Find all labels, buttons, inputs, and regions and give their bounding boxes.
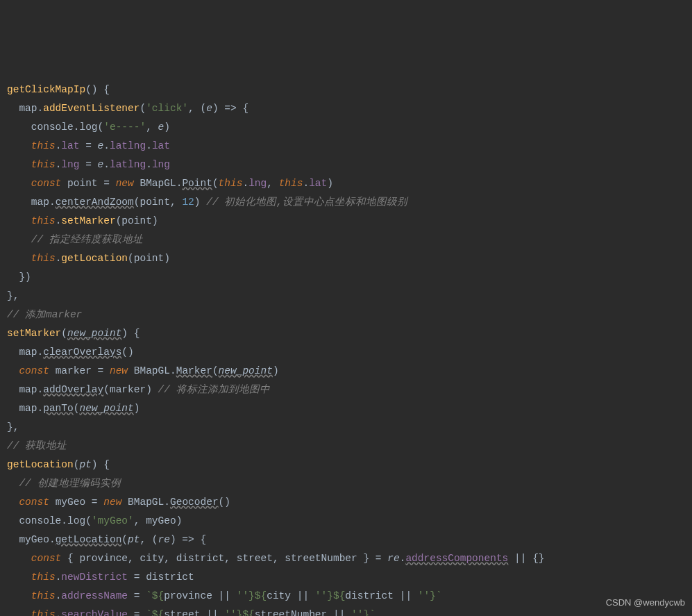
code-editor: getClickMapIp() { map.addEventListener('… (7, 81, 692, 616)
function-name: getClickMapIp (7, 84, 85, 95)
function-name: setMarker (7, 328, 61, 339)
watermark: CSDN @wendycwb (606, 593, 685, 612)
function-name: getLocation (7, 459, 74, 470)
